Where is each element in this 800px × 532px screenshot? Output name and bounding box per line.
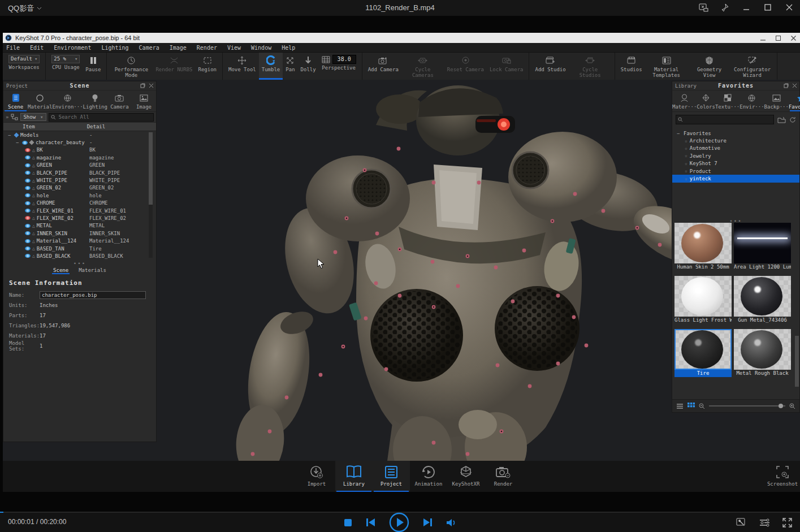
cycle-studios-button[interactable]: Cycle Studios	[569, 53, 612, 80]
tab-scene[interactable]: Scene	[3, 90, 28, 111]
region-button[interactable]: Region	[195, 53, 219, 80]
performance-mode-button[interactable]: Performance Mode	[110, 53, 153, 80]
visibility-eye-icon[interactable]	[25, 231, 31, 235]
show-dropdown[interactable]: Show▾	[20, 113, 46, 121]
favorite-item[interactable]: ☆Jewelry	[672, 152, 799, 159]
visibility-eye-icon[interactable]	[22, 141, 28, 145]
tree-row[interactable]: △magazinemagazine	[3, 154, 156, 161]
render-nurbs-button[interactable]: Render NURBS	[153, 53, 195, 80]
tab-environments-lib[interactable]: Envir···	[740, 90, 764, 111]
tree-row[interactable]: △INNER_SKININNER_SKIN	[3, 230, 156, 237]
stop-button[interactable]	[344, 518, 352, 527]
column-item[interactable]: Item	[23, 124, 35, 129]
ribbon-library[interactable]: Library	[335, 461, 373, 492]
visibility-eye-icon[interactable]	[25, 163, 31, 167]
menu-window[interactable]: Window	[251, 45, 271, 51]
grid-view-icon[interactable]	[687, 403, 695, 409]
material-templates-button[interactable]: Material Templates	[645, 53, 688, 80]
menu-image[interactable]: Image	[170, 45, 187, 51]
ribbon-screenshot[interactable]: Screenshot	[765, 461, 800, 487]
tab-colors[interactable]: Colors	[697, 90, 715, 111]
undock-panel-icon[interactable]	[140, 83, 145, 88]
tab-textures[interactable]: Textu···	[715, 90, 740, 111]
volume-button[interactable]	[446, 518, 456, 527]
tree-row[interactable]: △GREENGREEN	[3, 162, 156, 169]
ks-close-button[interactable]	[790, 35, 797, 41]
library-scrollbar[interactable]	[795, 336, 799, 387]
menu-environment[interactable]: Environment	[54, 45, 91, 51]
add-camera-button[interactable]: Add Camera	[365, 53, 401, 80]
pause-button[interactable]: Pause	[83, 53, 103, 80]
mini-player-icon[interactable]	[695, 1, 712, 14]
close-button[interactable]	[781, 1, 798, 14]
tree-row[interactable]: △BASED_TANTire	[3, 245, 156, 252]
tab-environment[interactable]: Environ···	[52, 90, 83, 111]
favorites-root[interactable]: −Favorites	[672, 129, 799, 137]
fullscreen-icon[interactable]	[782, 518, 792, 527]
tree-row[interactable]: △METALMETAL	[3, 222, 156, 230]
tree-row[interactable]: △BLACK_PIPEBLACK_PIPE	[3, 169, 156, 176]
tab-lighting[interactable]: Lighting	[83, 90, 107, 111]
visibility-eye-icon[interactable]	[25, 193, 31, 197]
menu-view[interactable]: View	[227, 45, 241, 51]
close-panel-icon[interactable]	[792, 83, 797, 88]
tree-scrollbar[interactable]	[149, 132, 153, 258]
reset-camera-button[interactable]: Reset Camera	[444, 53, 487, 80]
ribbon-keyshotxr[interactable]: KeyShotXR	[447, 461, 485, 492]
material-thumb-gun-metal[interactable]: Gun Metal_743406	[734, 276, 791, 324]
thumbnail-size-slider[interactable]	[709, 405, 785, 406]
cycle-cameras-button[interactable]: Cycle Cameras	[401, 53, 444, 80]
studios-button[interactable]: Studios	[618, 53, 645, 80]
menu-lighting[interactable]: Lighting	[101, 45, 128, 51]
material-thumb-glass-frost[interactable]: Glass Light Frost White	[674, 276, 732, 324]
workspaces-dropdown[interactable]: Default▾ Workspaces	[6, 53, 42, 80]
visibility-eye-icon[interactable]	[25, 179, 31, 183]
tree-filter-icon[interactable]	[11, 114, 18, 120]
tree-column-header[interactable]: Item Detail	[3, 123, 156, 131]
next-button[interactable]	[423, 518, 433, 527]
maximize-button[interactable]	[759, 1, 776, 14]
dolly-button[interactable]: Dolly	[298, 53, 319, 80]
favorite-item[interactable]: ☆Product	[672, 167, 799, 175]
tree-row[interactable]: −Models-	[3, 131, 156, 139]
menu-edit[interactable]: Edit	[30, 45, 44, 51]
add-studio-button[interactable]: Add Studio	[532, 53, 568, 80]
always-on-top-pin-icon[interactable]	[716, 1, 733, 14]
ks-minimize-button[interactable]	[760, 35, 766, 41]
play-button[interactable]	[389, 512, 409, 532]
library-search-input[interactable]	[685, 116, 772, 123]
visibility-eye-icon[interactable]	[25, 171, 31, 175]
menu-help[interactable]: Help	[282, 45, 295, 51]
column-detail[interactable]: Detail	[87, 124, 106, 129]
tree-row[interactable]: △holehole	[3, 192, 156, 199]
library-search[interactable]	[676, 115, 774, 124]
favorite-item[interactable]: ☆Architecture	[672, 137, 799, 144]
tree-row[interactable]: △GREEN_02GREEN_02	[3, 184, 156, 192]
favorite-item[interactable]: ☆KeyShot 7	[672, 160, 799, 167]
tree-row[interactable]: △Material__124Material__124	[3, 237, 156, 244]
perspective-control[interactable]: 38.0 Perspective	[319, 53, 359, 80]
tab-camera[interactable]: Camera	[107, 90, 132, 111]
ribbon-project[interactable]: Project	[373, 461, 410, 492]
visibility-eye-icon[interactable]	[25, 186, 31, 190]
tree-row[interactable]: △WHITE_PIPEWHITE_PIPE	[3, 176, 156, 184]
geometry-view-button[interactable]: Geometry View	[688, 53, 731, 80]
ks-maximize-button[interactable]	[775, 35, 781, 41]
tree-row[interactable]: △BASED_BLACKBASED_BLACK	[3, 252, 156, 259]
tree-row[interactable]: △FLEX_WIRE_02FLEX_WIRE_02	[3, 214, 156, 222]
visibility-eye-icon[interactable]	[25, 239, 31, 243]
material-thumb-metal-rough-black[interactable]: Metal Rough Black	[734, 329, 791, 377]
drag-handle-icon[interactable]	[3, 261, 156, 266]
cpu-usage-dropdown[interactable]: 25 %▾ CPU Usage	[49, 53, 83, 80]
ribbon-render[interactable]: Render	[485, 461, 522, 492]
pan-button[interactable]: Pan	[283, 53, 297, 80]
previous-button[interactable]	[366, 518, 375, 527]
favorite-item-selected[interactable]: ☆yinteck	[672, 175, 799, 182]
bottom-tab-materials[interactable]: Materials	[77, 267, 107, 274]
tab-favorites[interactable]: Favor···	[789, 90, 800, 111]
import-folder-icon[interactable]	[777, 116, 786, 123]
tab-material[interactable]: Material	[28, 90, 52, 111]
menu-camera[interactable]: Camera	[139, 45, 159, 51]
list-view-icon[interactable]	[676, 403, 684, 409]
favorite-item[interactable]: ☆Automotive	[672, 145, 799, 152]
